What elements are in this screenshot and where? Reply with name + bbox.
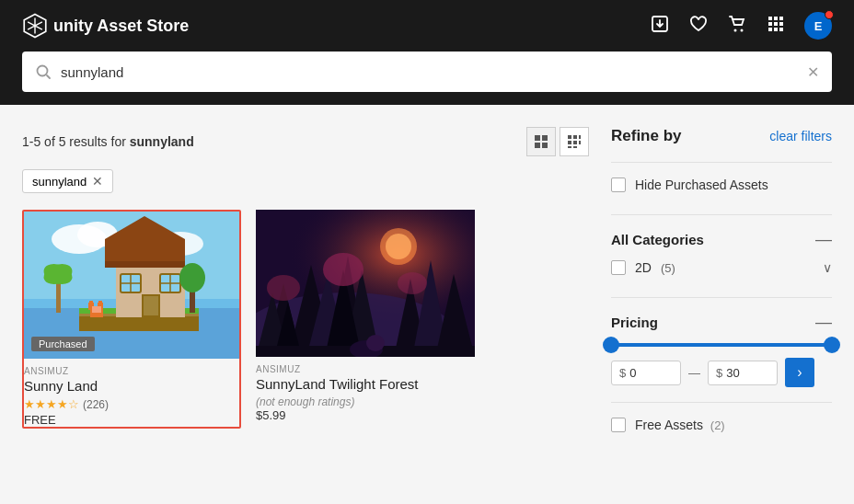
svg-rect-10: [774, 28, 778, 31]
svg-point-2: [741, 29, 744, 31]
pricing-section: Pricing — $ — $ ›: [611, 297, 832, 402]
filter-tag-remove-icon[interactable]: ✕: [92, 174, 103, 189]
unity-logo-icon: [22, 13, 48, 39]
sunny-land-publisher: ANSIMUZ: [24, 366, 239, 376]
header-title: unity Asset Store: [53, 17, 189, 36]
filter-tags-area: sunnyland ✕: [22, 169, 589, 193]
free-assets-count: (2): [710, 418, 725, 432]
all-categories-section: All Categories — 2D (5) ∨: [611, 214, 832, 297]
svg-rect-13: [535, 135, 540, 141]
twilight-forest-info: ANSIMUZ SunnyLand Twilight Forest (not e…: [256, 357, 475, 422]
header-icons-group: E: [650, 12, 832, 40]
grid-view-button[interactable]: [526, 127, 556, 156]
svg-point-60: [386, 234, 411, 259]
avatar-notification-badge: [825, 10, 834, 19]
hide-purchased-section: Hide Purchased Assets: [611, 162, 832, 214]
price-min-input-wrap: $: [611, 361, 681, 385]
search-bar-container: ✕: [0, 52, 854, 105]
svg-point-12: [38, 66, 48, 76]
svg-rect-14: [542, 135, 548, 141]
sunny-land-stars: ★★★★☆: [24, 397, 79, 411]
search-clear-icon[interactable]: ✕: [807, 63, 819, 81]
svg-point-52: [179, 263, 205, 292]
svg-rect-16: [542, 143, 548, 148]
hide-purchased-label: Hide Purchased Assets: [635, 178, 768, 192]
free-assets-checkbox[interactable]: [611, 418, 626, 432]
pricing-slider-container: [611, 343, 832, 347]
pricing-header: Pricing —: [611, 313, 832, 332]
clear-filters-link[interactable]: clear filters: [769, 129, 832, 143]
pricing-title: Pricing: [611, 315, 658, 330]
pricing-slider-thumb-max[interactable]: [824, 337, 840, 353]
unity-logo[interactable]: unity Asset Store: [22, 13, 189, 39]
user-avatar[interactable]: E: [804, 12, 832, 40]
svg-rect-18: [573, 135, 577, 139]
main-content: 1-5 of 5 results for sunnyland sunnyland…: [0, 105, 854, 476]
results-header: 1-5 of 5 results for sunnyland: [22, 127, 589, 156]
pricing-slider-track[interactable]: [611, 343, 832, 347]
results-query-text: sunnyland: [130, 134, 194, 149]
price-max-symbol: $: [716, 366, 722, 380]
refine-by-label: Refine by: [611, 127, 682, 145]
svg-rect-23: [568, 146, 571, 148]
category-2d-count: (5): [661, 261, 675, 275]
view-toggle-group: [526, 127, 589, 156]
results-summary-text: 1-5 of 5 results for: [22, 134, 126, 149]
sunny-land-rating: ★★★★☆ (226): [24, 397, 239, 411]
product-card-twilight-forest[interactable]: ANSIMUZ SunnyLand Twilight Forest (not e…: [256, 210, 475, 429]
category-2d-checkbox[interactable]: [611, 260, 626, 275]
pricing-collapse-icon[interactable]: —: [815, 313, 832, 332]
price-min-input[interactable]: [629, 366, 666, 380]
product-card-sunny-land[interactable]: Purchased ANSIMUZ Sunny Land ★★★★☆ (226)…: [22, 210, 241, 429]
svg-rect-9: [768, 28, 772, 31]
svg-rect-24: [573, 146, 577, 148]
svg-rect-21: [573, 141, 577, 144]
apps-grid-icon[interactable]: [766, 14, 786, 39]
cart-icon[interactable]: [727, 14, 747, 39]
svg-rect-38: [144, 296, 158, 315]
free-assets-row: Free Assets (2): [611, 418, 832, 432]
filter-tag-label: sunnyland: [32, 175, 87, 189]
svg-rect-50: [92, 306, 101, 313]
twilight-forest-no-rating: (not enough ratings): [256, 395, 475, 408]
list-icon: [567, 134, 582, 149]
category-2d-left: 2D (5): [611, 260, 675, 275]
svg-rect-15: [535, 143, 540, 148]
heart-icon[interactable]: [688, 14, 709, 39]
download-icon[interactable]: [650, 14, 670, 39]
svg-rect-7: [774, 22, 778, 26]
app-header: unity Asset Store E: [0, 0, 854, 52]
svg-rect-53: [56, 281, 61, 313]
price-max-input[interactable]: [726, 366, 763, 380]
price-go-button[interactable]: ›: [785, 358, 814, 387]
results-area: 1-5 of 5 results for sunnyland sunnyland…: [22, 127, 589, 454]
search-icon: [35, 63, 52, 80]
svg-rect-11: [779, 28, 783, 31]
svg-point-72: [323, 253, 364, 286]
twilight-forest-art: [256, 210, 475, 357]
sunny-land-name: Sunny Land: [24, 378, 239, 394]
svg-rect-3: [768, 17, 772, 20]
filter-tag-sunnyland: sunnyland ✕: [22, 169, 113, 193]
pricing-slider-thumb-min[interactable]: [603, 337, 619, 353]
grid-4-icon: [534, 134, 548, 149]
hide-purchased-checkbox[interactable]: [611, 178, 626, 192]
product-grid: Purchased ANSIMUZ Sunny Land ★★★★☆ (226)…: [22, 210, 589, 429]
category-2d-label: 2D: [635, 260, 652, 275]
sunny-land-price: FREE: [24, 413, 239, 427]
list-view-button[interactable]: [560, 127, 589, 156]
categories-header: All Categories —: [611, 230, 832, 249]
sunny-land-info: ANSIMUZ Sunny Land ★★★★☆ (226) FREE: [24, 359, 239, 427]
purchased-badge: Purchased: [31, 337, 95, 351]
svg-rect-20: [568, 141, 571, 144]
svg-point-73: [267, 275, 300, 301]
category-2d-row: 2D (5) ∨: [611, 260, 832, 275]
category-2d-chevron-icon[interactable]: ∨: [823, 260, 832, 275]
svg-rect-19: [579, 135, 581, 139]
search-input[interactable]: [61, 64, 807, 80]
categories-collapse-icon[interactable]: —: [815, 230, 832, 249]
free-assets-section: Free Assets (2): [611, 402, 832, 454]
twilight-forest-thumbnail: [256, 210, 475, 357]
svg-point-1: [734, 29, 737, 31]
search-bar: ✕: [22, 52, 832, 92]
